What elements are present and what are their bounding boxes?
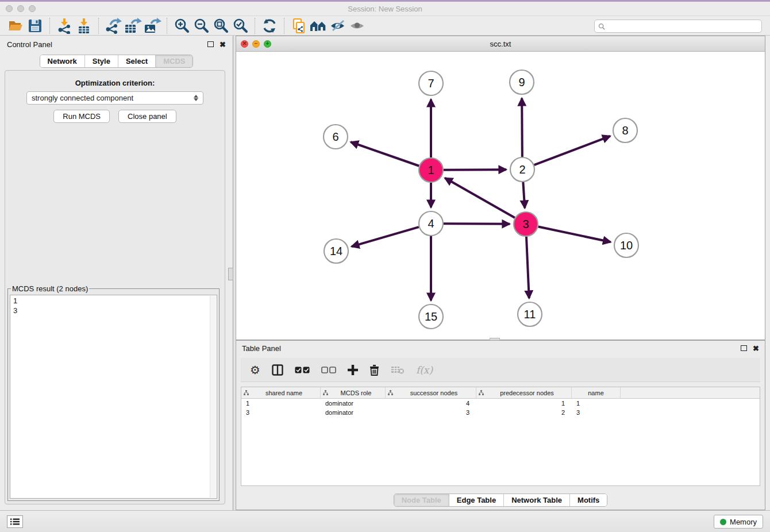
zoom-selected-button[interactable]	[230, 17, 250, 34]
run-mcds-button[interactable]: Run MCDS	[53, 110, 110, 123]
table-cell[interactable]: 3	[386, 409, 476, 416]
zoom-fit-button[interactable]	[211, 17, 230, 34]
table-panel-tabs: Node TableEdge TableNetwork TableMotifs	[394, 494, 608, 507]
export-table-icon	[124, 18, 142, 34]
delete-column-button[interactable]	[369, 364, 379, 376]
table-panel: Table Panel ✖ ⚙	[236, 340, 765, 510]
network-window-titlebar[interactable]: ✕ − + scc.txt	[236, 36, 765, 52]
hide-selected-button[interactable]	[328, 17, 348, 34]
split-view-button[interactable]	[272, 364, 283, 376]
show-all-button[interactable]	[348, 17, 367, 34]
table-cell[interactable]: 4	[386, 400, 476, 407]
column-header-MCDS-role[interactable]: MCDS role	[321, 387, 386, 398]
tab-node-table[interactable]: Node Table	[394, 494, 449, 506]
tab-network[interactable]: Network	[40, 55, 85, 67]
table-settings-button[interactable]: ⚙	[250, 364, 260, 376]
graph-edge-1-6[interactable]	[351, 142, 419, 166]
zoom-fit-icon	[213, 18, 229, 34]
search-field[interactable]	[607, 22, 761, 30]
export-network-button[interactable]	[103, 17, 123, 34]
optimization-criterion-select[interactable]: strongly connected component	[26, 91, 203, 105]
table-cell[interactable]: dominator	[321, 409, 386, 416]
graph-node-15[interactable]: 15	[419, 304, 443, 329]
column-header-name[interactable]: name	[572, 387, 621, 398]
table-cell[interactable]: 1	[572, 400, 621, 407]
close-panel-icon[interactable]: ✖	[220, 41, 226, 48]
graph-node-6[interactable]: 6	[324, 125, 348, 149]
vertical-splitter-handle[interactable]	[228, 268, 233, 280]
svg-text:14: 14	[330, 245, 342, 257]
result-scrollbar[interactable]	[210, 296, 216, 498]
graph-edge-3-10[interactable]	[538, 227, 611, 242]
task-history-button[interactable]	[7, 515, 23, 528]
table-cell[interactable]: 1	[241, 400, 321, 407]
export-image-icon	[143, 18, 161, 34]
graph-node-11[interactable]: 11	[518, 302, 542, 326]
select-all-button[interactable]	[295, 367, 310, 373]
tab-motifs[interactable]: Motifs	[570, 494, 607, 506]
float-panel-icon[interactable]	[207, 41, 214, 47]
table-row[interactable]: 1dominator411	[241, 399, 760, 408]
svg-text:4: 4	[428, 217, 434, 230]
table-cell[interactable]: dominator	[321, 400, 386, 407]
graph-node-2[interactable]: 2	[510, 157, 534, 182]
copy-style-button[interactable]	[289, 17, 309, 34]
graph-edge-2-3[interactable]	[523, 182, 525, 208]
create-column-button[interactable]	[348, 365, 358, 375]
column-header-shared-name[interactable]: shared name	[241, 387, 321, 398]
table-row[interactable]: 3dominator323	[241, 408, 760, 417]
import-network-icon	[56, 18, 72, 34]
network-graph: 7968124314101511	[236, 52, 765, 340]
graph-edge-1-2[interactable]	[444, 169, 506, 170]
graph-edge-4-3[interactable]	[444, 223, 510, 224]
zoom-in-button[interactable]	[172, 17, 191, 34]
graph-node-9[interactable]: 9	[510, 70, 534, 94]
import-network-button[interactable]	[55, 17, 74, 34]
function-builder-button[interactable]: f(x)	[416, 364, 433, 376]
svg-text:3: 3	[522, 218, 529, 230]
search-icon	[598, 23, 605, 30]
graph-node-1[interactable]: 1	[419, 158, 443, 182]
graph-edge-2-8[interactable]	[534, 136, 610, 165]
tab-network-table[interactable]: Network Table	[504, 494, 570, 506]
graph-edge-4-14[interactable]	[352, 227, 419, 246]
tab-select[interactable]: Select	[118, 55, 156, 67]
table-cell[interactable]: 3	[572, 409, 621, 416]
delete-table-button[interactable]	[391, 365, 405, 375]
graph-edge-3-11[interactable]	[526, 237, 529, 298]
float-table-panel-icon[interactable]	[741, 345, 747, 351]
tab-edge-table[interactable]: Edge Table	[449, 494, 504, 506]
first-neighbors-button[interactable]	[309, 17, 328, 34]
graph-edge-3-1[interactable]	[445, 178, 515, 218]
tab-mcds[interactable]: MCDS	[156, 55, 192, 67]
zoom-in-icon	[174, 18, 190, 34]
graph-node-14[interactable]: 14	[324, 239, 348, 263]
table-cell[interactable]: 1	[476, 400, 572, 407]
close-table-panel-icon[interactable]: ✖	[753, 345, 759, 352]
import-table-button[interactable]	[74, 17, 94, 34]
refresh-view-button[interactable]	[260, 17, 279, 34]
import-table-icon	[76, 18, 92, 34]
close-panel-button[interactable]: Close panel	[118, 110, 176, 123]
column-header-predecessor-nodes[interactable]: predecessor nodes	[476, 387, 572, 398]
table-cell[interactable]: 2	[476, 409, 572, 416]
graph-node-4[interactable]: 4	[419, 211, 443, 236]
memory-button[interactable]: Memory	[714, 515, 763, 529]
open-session-button[interactable]	[6, 17, 25, 34]
column-header-successor-nodes[interactable]: successor nodes	[386, 387, 476, 398]
deselect-all-button[interactable]	[321, 367, 336, 373]
graph-node-3[interactable]: 3	[514, 212, 538, 236]
save-session-button[interactable]	[25, 17, 45, 34]
graph-edge-2-9[interactable]	[522, 98, 522, 157]
search-input[interactable]	[594, 20, 762, 33]
table-cell[interactable]: 3	[241, 409, 321, 416]
export-table-button[interactable]	[123, 17, 143, 34]
export-image-button[interactable]	[143, 17, 162, 34]
graph-node-7[interactable]: 7	[419, 71, 443, 95]
graph-node-8[interactable]: 8	[613, 118, 637, 142]
mcds-result-text[interactable]: 1 3	[10, 295, 217, 499]
network-canvas[interactable]: 7968124314101511	[236, 52, 765, 340]
tab-style[interactable]: Style	[85, 55, 118, 67]
graph-node-10[interactable]: 10	[614, 233, 638, 257]
zoom-out-button[interactable]	[191, 17, 211, 34]
